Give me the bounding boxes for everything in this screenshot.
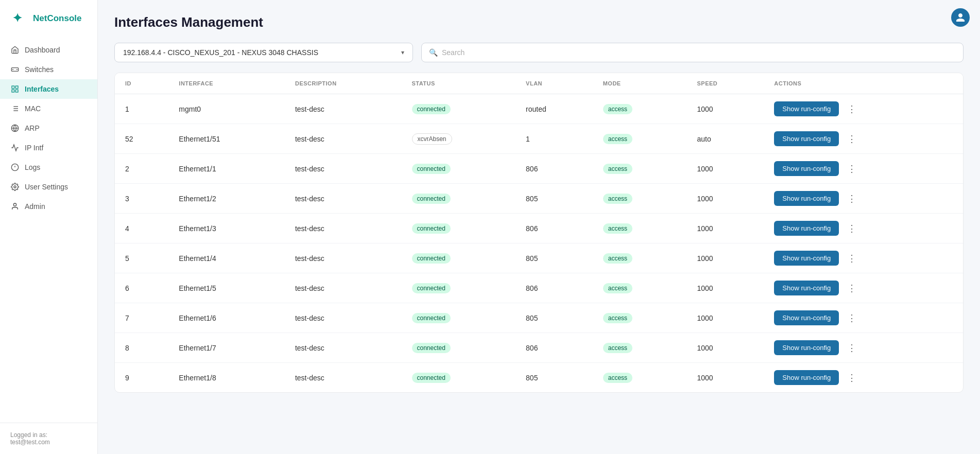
interface-icon: [10, 84, 20, 94]
sidebar: ✦ NetConsole Dashboard Switches Interfac…: [0, 0, 98, 454]
sidebar-item-admin[interactable]: Admin: [0, 197, 97, 216]
more-options-button[interactable]: ⋮: [844, 311, 859, 325]
status-badge: connected: [412, 104, 451, 114]
sidebar-item-label: Logs: [25, 163, 40, 171]
status-badge: connected: [412, 194, 451, 204]
cell-status: connected: [402, 154, 516, 184]
mode-badge: access: [603, 134, 632, 144]
cell-interface: Ethernet1/51: [168, 124, 285, 154]
cell-vlan: 1: [515, 124, 593, 154]
chevron-down-icon: ▾: [401, 49, 404, 56]
cell-speed: auto: [686, 124, 764, 154]
main-content: Interfaces Management 192.168.4.4 - CISC…: [98, 0, 980, 454]
search-input[interactable]: [442, 48, 956, 57]
sidebar-item-ip-intf[interactable]: IP Intf: [0, 138, 97, 158]
cell-vlan: 805: [515, 363, 593, 393]
col-id: ID: [115, 73, 168, 94]
show-run-config-button[interactable]: Show run-config: [774, 191, 839, 206]
show-run-config-button[interactable]: Show run-config: [774, 340, 839, 355]
sidebar-item-logs[interactable]: Logs: [0, 158, 97, 177]
cell-vlan: 805: [515, 303, 593, 333]
more-options-button[interactable]: ⋮: [844, 102, 859, 116]
user-avatar[interactable]: [951, 8, 970, 27]
table-row: 4 Ethernet1/3 test-desc connected 806 ac…: [115, 214, 963, 243]
show-run-config-button[interactable]: Show run-config: [774, 161, 839, 176]
more-options-button[interactable]: ⋮: [844, 252, 859, 265]
col-actions: ACTIONS: [764, 73, 963, 94]
cell-status: connected: [402, 214, 516, 243]
cell-id: 2: [115, 154, 168, 184]
col-interface: INTERFACE: [168, 73, 285, 94]
cell-description: test-desc: [285, 243, 402, 273]
svg-text:✦: ✦: [12, 11, 22, 25]
cell-id: 5: [115, 243, 168, 273]
more-options-button[interactable]: ⋮: [844, 222, 859, 235]
cell-interface: Ethernet1/6: [168, 303, 285, 333]
sidebar-item-dashboard[interactable]: Dashboard: [0, 40, 97, 60]
sidebar-nav: Dashboard Switches Interfaces MAC ARP: [0, 38, 97, 423]
mode-badge: access: [603, 253, 632, 264]
sidebar-item-arp[interactable]: ARP: [0, 118, 97, 138]
sidebar-item-label: Switches: [25, 65, 54, 74]
sidebar-item-interfaces[interactable]: Interfaces: [0, 79, 97, 99]
more-options-button[interactable]: ⋮: [844, 282, 859, 295]
cell-mode: access: [593, 124, 687, 154]
app-logo[interactable]: ✦ NetConsole: [0, 0, 97, 38]
mode-badge: access: [603, 343, 632, 353]
cell-vlan: 805: [515, 184, 593, 214]
more-options-button[interactable]: ⋮: [844, 341, 859, 355]
more-options-button[interactable]: ⋮: [844, 371, 859, 385]
sidebar-item-label: IP Intf: [25, 144, 43, 152]
cell-status: connected: [402, 333, 516, 363]
cell-status: xcvrAbsen: [402, 124, 516, 154]
status-badge: connected: [412, 343, 451, 353]
cell-interface: Ethernet1/7: [168, 333, 285, 363]
more-options-button[interactable]: ⋮: [844, 192, 859, 205]
cell-status: connected: [402, 363, 516, 393]
show-run-config-button[interactable]: Show run-config: [774, 131, 839, 146]
cell-vlan: 806: [515, 154, 593, 184]
device-selector[interactable]: 192.168.4.4 - CISCO_NEXUS_201 - NEXUS 30…: [114, 43, 413, 62]
show-run-config-button[interactable]: Show run-config: [774, 370, 839, 385]
cell-actions: Show run-config ⋮: [764, 154, 963, 184]
sidebar-item-switches[interactable]: Switches: [0, 60, 97, 79]
mode-badge: access: [603, 283, 632, 293]
cell-id: 52: [115, 124, 168, 154]
actions-cell: Show run-config ⋮: [774, 310, 953, 325]
actions-cell: Show run-config ⋮: [774, 370, 953, 385]
sidebar-item-label: MAC: [25, 104, 41, 113]
cell-actions: Show run-config ⋮: [764, 184, 963, 214]
logs-icon: [10, 163, 20, 172]
sidebar-item-mac[interactable]: MAC: [0, 99, 97, 118]
cell-status: connected: [402, 184, 516, 214]
show-run-config-button[interactable]: Show run-config: [774, 251, 839, 266]
show-run-config-button[interactable]: Show run-config: [774, 281, 839, 295]
home-icon: [10, 45, 20, 55]
status-badge: connected: [412, 313, 451, 323]
status-badge: connected: [412, 223, 451, 234]
cell-mode: access: [593, 333, 687, 363]
cell-interface: Ethernet1/3: [168, 214, 285, 243]
actions-cell: Show run-config ⋮: [774, 221, 953, 236]
svg-rect-4: [12, 86, 14, 89]
sidebar-item-user-settings[interactable]: User Settings: [0, 177, 97, 197]
table-row: 9 Ethernet1/8 test-desc connected 805 ac…: [115, 363, 963, 393]
cell-actions: Show run-config ⋮: [764, 214, 963, 243]
cell-actions: Show run-config ⋮: [764, 333, 963, 363]
actions-cell: Show run-config ⋮: [774, 281, 953, 295]
cell-description: test-desc: [285, 303, 402, 333]
show-run-config-button[interactable]: Show run-config: [774, 101, 839, 116]
more-options-button[interactable]: ⋮: [844, 162, 859, 176]
ip-icon: [10, 143, 20, 152]
cell-mode: access: [593, 363, 687, 393]
cell-vlan: 806: [515, 333, 593, 363]
cell-id: 7: [115, 303, 168, 333]
svg-rect-7: [15, 90, 18, 92]
show-run-config-button[interactable]: Show run-config: [774, 310, 839, 325]
interfaces-table: ID INTERFACE DESCRIPTION STATUS VLAN MOD…: [115, 73, 963, 392]
svg-rect-5: [15, 86, 18, 89]
more-options-button[interactable]: ⋮: [844, 132, 859, 146]
col-speed: SPEED: [686, 73, 764, 94]
show-run-config-button[interactable]: Show run-config: [774, 221, 839, 236]
cell-id: 1: [115, 94, 168, 124]
